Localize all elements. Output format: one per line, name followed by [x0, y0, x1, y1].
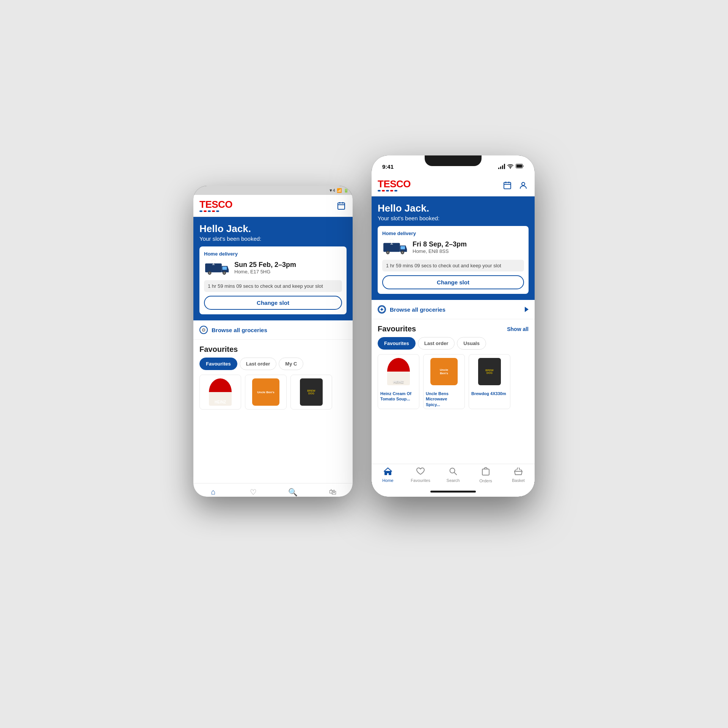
iphone-nav-orders[interactable]: Orders [469, 464, 502, 486]
dot-red-1 [204, 210, 207, 212]
iphone-product-heinz[interactable]: HEINZ Heinz Cream Of Tomato Soup... [378, 354, 419, 409]
android-status-bar: ▼4 📶 🔋 [193, 186, 353, 195]
chevron-right-icon [525, 307, 529, 312]
iphone-calendar-icon[interactable] [502, 180, 513, 191]
iphone-sub-greeting: Your slot's been booked: [378, 215, 529, 221]
android-product-2[interactable]: Uncle Ben's [245, 375, 287, 410]
android-favourites: Favourites Favourites Last order My C HE… [193, 340, 353, 483]
svg-point-9 [224, 272, 225, 273]
android-product-3[interactable]: BREWDOG [290, 375, 332, 410]
iphone-hero: Hello Jack. Your slot's been booked: Hom… [372, 196, 535, 300]
search-icon: 🔍 [288, 488, 298, 497]
svg-line-32 [454, 472, 457, 475]
dot-blue-1 [199, 210, 202, 212]
android-nav-search[interactable]: 🔍 Search [273, 483, 313, 497]
heinz-can-visual: HEINZ [387, 358, 410, 385]
iphone-home-icon [384, 468, 392, 477]
iphone-change-slot-button[interactable]: Change slot [382, 275, 524, 289]
signal-bars-icon [498, 164, 505, 169]
iphone-bottom-nav: Home Favourites [372, 464, 535, 486]
android-browse-row[interactable]: ⊙ Browse all groceries [193, 320, 353, 340]
iphone-account-icon[interactable] [518, 180, 529, 191]
iphone-dot-red-1 [382, 190, 385, 191]
android-signal2: 📶 [337, 188, 342, 193]
iphone-nav-home[interactable]: Home [372, 464, 404, 486]
android-battery: 🔋 [344, 188, 349, 193]
calendar-icon[interactable] [336, 201, 347, 211]
svg-point-24 [387, 252, 388, 253]
svg-point-20 [522, 182, 525, 185]
iphone-truck-icon [382, 238, 409, 256]
battery-icon [516, 163, 524, 169]
android-nav-orders[interactable]: 🛍 Orders [313, 483, 353, 497]
iphone-favourites: Favourites Show all Favourites Last orde… [372, 319, 535, 464]
iphone-delivery-addr: Home, EN8 8SS [413, 248, 467, 254]
iphone-nav-search[interactable]: Search [437, 464, 469, 486]
iphone-delivery-time: Fri 8 Sep, 2–3pm [413, 240, 467, 249]
wifi-icon [507, 163, 513, 170]
iphone-fav-header: Favourites Show all [378, 325, 529, 333]
bag-icon: 🛍 [329, 488, 337, 496]
iphone-nav-basket[interactable]: Basket [502, 464, 535, 486]
android-delivery-card: Home delivery [199, 246, 347, 314]
iphone-dot-blue-2 [386, 190, 389, 191]
android-browse-label: Browse all groceries [212, 327, 267, 333]
iphone-product-uncle-bens[interactable]: UncleBen's Uncle Bens Microwave Spicy... [423, 354, 465, 409]
android-fav-title: Favourites [199, 345, 238, 354]
android-delivery-addr: Home, E17 5HG [234, 269, 296, 275]
android-delivery-info: Sun 25 Feb, 2–3pm Home, E17 5HG [234, 261, 296, 275]
iphone-tab-lastorder[interactable]: Last order [418, 337, 455, 350]
android-hero: Hello Jack. Your slot's been booked: Hom… [193, 217, 353, 320]
scene: ▼4 📶 🔋 TESCO [193, 155, 535, 573]
iphone-delivery-info: Fri 8 Sep, 2–3pm Home, EN8 8SS [413, 240, 467, 254]
iphone-delivery-card: Home delivery [378, 226, 529, 294]
uncle-bens-product-name: Uncle Bens Microwave Spicy... [424, 389, 464, 409]
iphone-home-bar [372, 486, 535, 497]
android-tab-myc[interactable]: My C [279, 358, 303, 370]
iphone-delivery-type: Home delivery [382, 231, 524, 236]
iphone-product-brewdog[interactable]: BREWDOG Brewdog 4X330m [469, 354, 510, 409]
iphone-browse-icon [378, 305, 386, 314]
android-change-slot-button[interactable]: Change slot [204, 296, 342, 310]
iphone-tab-favourites[interactable]: Favourites [378, 337, 416, 350]
svg-rect-33 [482, 469, 489, 475]
android-greeting: Hello Jack. [199, 223, 347, 235]
svg-rect-15 [516, 165, 522, 168]
android-browse-icon: ⊙ [199, 326, 208, 334]
android-tab-lastorder[interactable]: Last order [240, 358, 277, 370]
truck-icon [204, 259, 231, 276]
android-nav-home[interactable]: ⌂ Home [193, 483, 233, 497]
tesco-brand-text: TESCO [199, 199, 232, 209]
iphone-app-header: TESCO [372, 174, 535, 196]
android-delivery-time: Sun 25 Feb, 2–3pm [234, 261, 296, 269]
iphone-nav-search-label: Search [447, 478, 460, 483]
iphone-tab-usuals[interactable]: Usuals [457, 337, 486, 350]
dot-blue-3 [216, 210, 219, 212]
android-nav-favourites[interactable]: ♡ Favourites [233, 483, 273, 497]
iphone-fav-tabs: Favourites Last order Usuals [378, 337, 529, 350]
android-product-3-img: BREWDOG [291, 375, 332, 409]
iphone-header-icons [502, 180, 529, 191]
android-product-1[interactable]: HEINZ [199, 375, 241, 410]
android-delivery-type: Home delivery [204, 251, 342, 257]
iphone-browse-row[interactable]: Browse all groceries [372, 300, 535, 319]
dot-red-2 [212, 210, 215, 212]
iphone-basket-icon [514, 468, 522, 477]
brewdog-product-name: Brewdog 4X330m [469, 389, 510, 398]
android-app-header: TESCO [193, 195, 353, 217]
android-timer: 1 hr 59 mins 09 secs to check out and ke… [204, 280, 342, 292]
svg-point-13 [510, 168, 511, 168]
heinz-product-name: Heinz Cream Of Tomato Soup... [378, 389, 419, 403]
android-tab-favourites[interactable]: Favourites [199, 358, 237, 370]
iphone-dot-red-2 [390, 190, 393, 191]
android-header-icons [336, 201, 347, 211]
home-icon-active: ⌂ [211, 488, 215, 496]
iphone-show-all[interactable]: Show all [507, 326, 529, 332]
iphone-status-icons [498, 163, 524, 170]
heinz-can-img: HEINZ [209, 378, 232, 406]
iphone-heart-icon [416, 468, 425, 477]
iphone-tesco-dots [378, 190, 397, 191]
home-bar-indicator [430, 491, 476, 493]
iphone-nav-favourites[interactable]: Favourites [404, 464, 437, 486]
iphone-dot-blue-3 [394, 190, 397, 191]
